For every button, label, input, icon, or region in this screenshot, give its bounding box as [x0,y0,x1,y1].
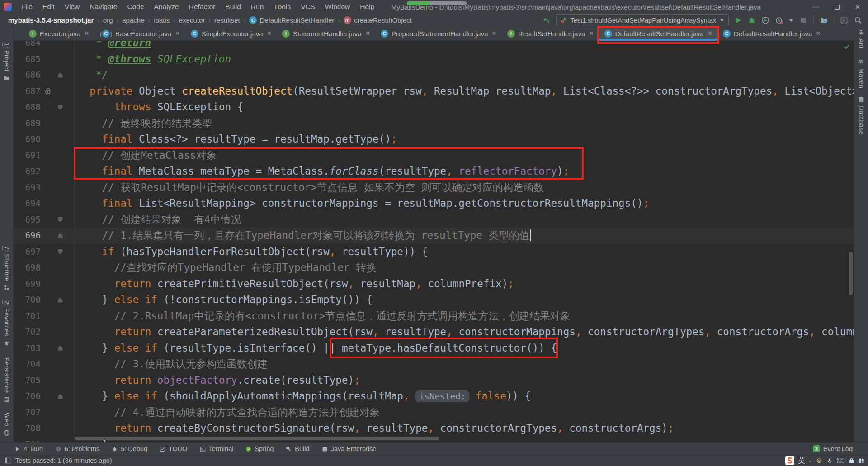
breadcrumb-item[interactable]: ibatis [154,16,170,24]
line-number[interactable]: 700 [14,292,42,308]
debug-button-icon[interactable] [748,17,755,24]
emoji-icon[interactable]: ☺ [816,456,823,465]
fold-up-icon[interactable] [58,346,63,351]
search-everywhere-button-icon[interactable] [854,16,862,24]
editor-tab[interactable]: IStatementHandler.java× [277,27,375,40]
close-tab-icon[interactable]: × [708,29,712,38]
line-number[interactable]: 697 [14,244,42,260]
line-number[interactable]: 686 [14,67,42,83]
breadcrumb-item[interactable]: apache [122,16,144,24]
tool-window-button-persistence[interactable]: Persistence [3,357,10,403]
breadcrumb-item[interactable]: resultset [214,16,240,24]
menu-item-vcs[interactable]: VCS [296,0,320,14]
breadcrumb-item[interactable]: mcreateResultObject [344,16,412,24]
line-number[interactable]: 693 [14,180,42,196]
line-number[interactable]: 694 [14,195,42,212]
line-number[interactable]: 698 [14,260,42,276]
editor-tab[interactable]: (C)BaseExecutor.java× [94,27,185,40]
menu-item-file[interactable]: File [16,0,38,14]
microphone-icon[interactable] [827,458,833,464]
line-number[interactable]: 699 [14,276,42,292]
menu-item-view[interactable]: View [60,0,85,14]
back-navigation-icon[interactable] [542,16,550,24]
fold-up-icon[interactable] [58,394,63,399]
line-number[interactable]: 704 [14,356,42,372]
fold-down-icon[interactable] [58,249,63,254]
line-number[interactable]: 696 [14,228,42,244]
run-button-icon[interactable] [735,17,742,24]
line-number[interactable]: 691 [14,147,42,164]
menu-item-window[interactable]: Window [320,0,355,14]
tool-window-button-database[interactable]: Database [858,96,865,135]
separator-dot-icon[interactable]: · [809,457,811,465]
close-tab-icon[interactable]: × [589,29,593,38]
fold-up-icon[interactable] [58,233,63,238]
line-number[interactable]: 695 [14,212,42,228]
tool-window-button-maven[interactable]: mMaven [858,57,865,89]
keyboard-icon[interactable] [837,458,844,463]
tool-window-button-4-run[interactable]: 4: Run [14,445,43,452]
close-tab-icon[interactable]: × [816,29,820,38]
tool-window-button-java-enterprise[interactable]: Java Enterprise [322,445,377,452]
profiler-dropdown-icon[interactable] [789,18,793,23]
fold-up-icon[interactable] [58,73,63,78]
run-configuration-select[interactable]: Test1.shouldGetAndSetMapPairUsingArraySy… [556,14,729,26]
tool-window-button-terminal[interactable]: Terminal [200,445,234,452]
editor-tab-selected[interactable]: CDefaultResultSetHandler.java× [599,27,717,40]
tool-window-button-7-structure[interactable]: 7: Structure [3,246,10,290]
stop-button-icon[interactable] [800,17,807,24]
editor-tab[interactable]: CSimpleExecutor.java× [185,27,277,40]
tool-window-button-5-debug[interactable]: 5: Debug [112,445,147,452]
line-number[interactable]: 684 [14,41,42,51]
close-tab-icon[interactable]: × [267,29,271,38]
window-layout-icon[interactable] [5,457,11,464]
lang-indicator-icon[interactable]: 英 [798,456,805,465]
line-number[interactable]: 685 [14,51,42,67]
breadcrumb-item[interactable]: mybatis-3.5.4-snapshot.jar [8,16,94,24]
vertical-scrollbar[interactable] [849,252,853,295]
menu-item-analyze[interactable]: Analyze [149,0,184,14]
toolbox-icon[interactable] [849,458,854,464]
line-number[interactable]: 687 [14,83,42,100]
event-log-button[interactable]: 3Event Log [813,445,853,452]
inspections-ok-icon[interactable] [844,43,850,50]
minimize-button[interactable]: — [806,0,826,14]
close-tab-icon[interactable]: × [366,29,370,38]
project-structure-button-icon[interactable] [820,17,827,24]
line-number[interactable]: 688 [14,99,42,115]
menu-item-help[interactable]: Help [355,0,379,14]
line-number[interactable]: 701 [14,308,42,324]
fold-down-icon[interactable] [58,105,63,110]
line-number[interactable]: 707 [14,404,42,421]
sogou-logo-icon[interactable] [785,456,794,465]
menu-item-code[interactable]: Code [123,0,149,14]
close-tab-icon[interactable]: × [175,29,179,38]
breadcrumb-item[interactable]: CDefaultResultSetHandler [249,16,334,24]
breadcrumb-item[interactable]: org [103,16,113,24]
line-number[interactable]: 708 [14,420,42,437]
line-number[interactable]: 692 [14,163,42,180]
tool-window-button-2-favorites[interactable]: 2: Favorites★ [3,300,10,347]
menu-item-tools[interactable]: Tools [269,0,296,14]
menu-item-edit[interactable]: Edit [38,0,60,14]
close-tab-icon[interactable]: × [85,29,89,38]
line-number[interactable]: 702 [14,324,42,340]
tool-window-button-1-project[interactable]: 1: Project [3,43,10,81]
close-tab-icon[interactable]: × [492,29,496,38]
tool-window-button-spring[interactable]: Spring [245,445,274,452]
editor-tab[interactable]: CPreparedStatementHandler.java× [375,27,502,40]
line-number[interactable]: 689 [14,115,42,132]
line-number[interactable]: 703 [14,340,42,357]
editor-tab[interactable]: IExecutor.java× [24,27,94,40]
tool-window-button-ant[interactable]: Ant [858,29,865,49]
grid-icon[interactable] [859,458,864,464]
line-number[interactable]: 705 [14,372,42,389]
editor-tab[interactable]: IResultSetHandler.java× [502,27,599,40]
maximize-button[interactable] [826,0,847,14]
menu-item-build[interactable]: Build [220,0,245,14]
profiler-button-icon[interactable] [775,17,783,24]
tool-window-button-todo[interactable]: TODO [160,445,188,452]
editor-tab[interactable]: CDefaultResultHandler.java× [717,27,826,40]
fold-down-icon[interactable] [58,217,63,222]
line-number[interactable]: 690 [14,131,42,147]
